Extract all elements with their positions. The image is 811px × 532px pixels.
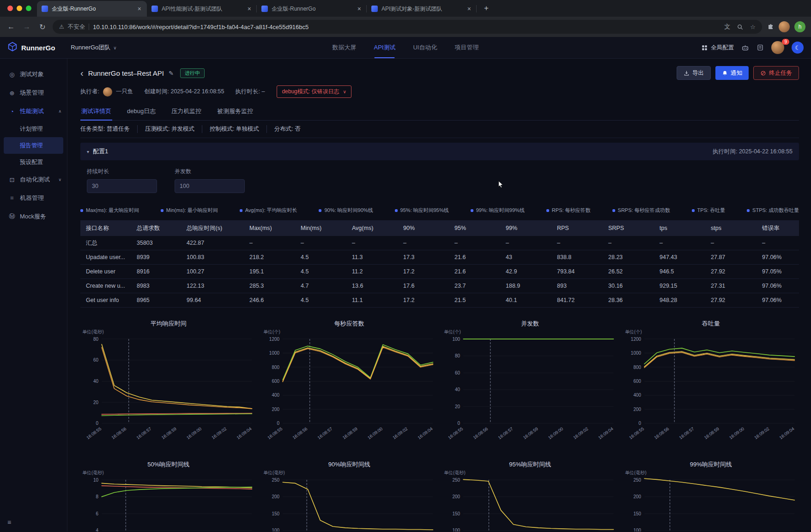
browser-tab[interactable]: 企业版-RunnerGo×	[37, 1, 147, 17]
sidebar-item-perf-test[interactable]: ◔性能测试∧	[0, 102, 67, 121]
back-button[interactable]: ←	[6, 23, 17, 31]
sidebar-item-plan-mgmt[interactable]: 计划管理	[0, 121, 67, 137]
tab-machine-monitor[interactable]: 压力机监控	[170, 103, 202, 120]
nav-project-mgmt[interactable]: 项目管理	[454, 37, 478, 58]
table-cell: 17.3	[398, 250, 449, 265]
nav-api-test[interactable]: API测试	[374, 37, 396, 58]
sidebar-item-report-mgmt[interactable]: 报告管理	[4, 137, 63, 154]
svg-text:16:09:00: 16:09:00	[547, 426, 564, 441]
sidebar-item-machine-mgmt[interactable]: ⌗机器管理	[0, 189, 67, 207]
table-cell: 27.92	[705, 265, 757, 279]
account-avatar[interactable]	[779, 21, 790, 32]
duration-input[interactable]: 30	[87, 179, 157, 193]
table-cell: 8965	[131, 293, 181, 308]
sidebar-item-label: 报告管理	[20, 142, 43, 150]
svg-text:16:08:56: 16:08:56	[653, 426, 670, 441]
minimize-traffic-light[interactable]	[17, 6, 22, 11]
moon-icon: ☾	[795, 44, 800, 51]
notify-label: 通知	[731, 69, 742, 77]
tab-close-icon[interactable]: ×	[247, 5, 252, 12]
chart-canvas: 单位(毫秒)05010015020025016:08:5516:08:5616:…	[261, 469, 438, 532]
sidebar-item-auto-test[interactable]: ⊡自动化测试∨	[0, 170, 67, 189]
browser-tab[interactable]: 企业版-RunnerGo×	[257, 1, 367, 17]
tab-close-icon[interactable]: ×	[137, 5, 142, 12]
table-cell: 28.36	[603, 293, 654, 308]
column-header: 95%	[449, 220, 500, 236]
svg-text:16:08:55: 16:08:55	[266, 426, 283, 441]
table-cell: 27.92	[705, 293, 757, 308]
svg-text:16:08:55: 16:08:55	[85, 426, 102, 441]
test-object-icon: ◎	[8, 71, 16, 78]
sidebar-item-scene-mgmt[interactable]: ⊕场景管理	[0, 84, 67, 102]
table-cell: 17.2	[398, 293, 449, 308]
feedback-icon[interactable]	[757, 44, 764, 51]
profile-icon[interactable]: h	[794, 21, 805, 32]
sidebar-item-preset-config[interactable]: 预设配置	[0, 154, 67, 170]
table-cell: 100.83	[181, 250, 244, 265]
svg-text:150: 150	[633, 511, 641, 516]
legend-item: TPS: 吞吐量	[692, 207, 726, 214]
svg-text:0: 0	[96, 421, 99, 426]
svg-text:16:08:57: 16:08:57	[497, 426, 514, 441]
svg-text:16:08:59: 16:08:59	[161, 426, 177, 441]
table-cell: 195.1	[244, 265, 295, 279]
table-cell: 97.06%	[757, 279, 799, 293]
omnibox-divider	[89, 24, 89, 30]
browser-tab[interactable]: API测试对象-新测试团队×	[367, 1, 477, 17]
svg-text:16:09:02: 16:09:02	[753, 426, 769, 441]
tab-close-icon[interactable]: ×	[466, 5, 472, 12]
debug-mode-select[interactable]: debug模式: 仅错误日志 ∨	[277, 85, 351, 98]
browser-tab[interactable]: API性能测试-新测试团队×	[147, 1, 257, 17]
chart-canvas: 单位(毫秒)024681016:08:5516:08:5616:08:5716:…	[80, 469, 257, 532]
team-selector[interactable]: RunnerGo团队 ∨	[71, 43, 116, 52]
collapse-sidebar-icon[interactable]: ≡	[7, 519, 11, 526]
created-time: 创建时间: 2025-04-22 16:08:55	[144, 88, 224, 96]
scene-mgmt-icon: ⊕	[8, 90, 16, 97]
stop-task-button[interactable]: 终止任务	[753, 66, 799, 80]
chart-p50-line: 50%响应时间线单位(毫秒)024681016:08:5516:08:5616:…	[80, 460, 257, 532]
chart-canvas: 单位(毫秒)05010015020025016:08:5516:08:5616:…	[623, 469, 799, 532]
new-tab-button[interactable]: +	[480, 2, 492, 14]
back-chevron[interactable]: ‹	[80, 68, 84, 78]
svg-text:400: 400	[272, 393, 279, 398]
table-cell: Get user info	[80, 293, 131, 308]
collapse-config-icon[interactable]: ▾	[87, 149, 89, 154]
charts-row-1: 平均响应时间单位(毫秒)02040608016:08:5516:08:5616:…	[80, 320, 799, 445]
forward-button[interactable]: →	[21, 23, 32, 31]
nav-data-screen[interactable]: 数据大屏	[333, 37, 357, 58]
tab-service-monitor[interactable]: 被测服务监控	[216, 103, 254, 120]
config-section-header: ▾ 配置1 执行时间: 2025-04-22 16:08:55	[80, 143, 799, 160]
tab-close-icon[interactable]: ×	[357, 5, 362, 12]
bookmark-star-icon[interactable]: ☆	[750, 24, 756, 30]
nav-ui-automation[interactable]: UI自动化	[413, 37, 437, 58]
refresh-button[interactable]: ↻	[37, 23, 48, 31]
sidebar-item-test-object[interactable]: ◎测试对象	[0, 65, 67, 84]
theme-toggle[interactable]: ☾	[792, 42, 804, 54]
notify-button[interactable]: 通知	[715, 66, 749, 80]
address-bar[interactable]: ⚠ 不安全 10.10.10.110:86/work/#/report/deta…	[53, 20, 762, 34]
tab-detail[interactable]: 测试详情页	[80, 103, 112, 120]
fullscreen-traffic-light[interactable]	[26, 6, 31, 11]
team-name: RunnerGo团队	[71, 43, 110, 52]
search-icon[interactable]	[737, 24, 744, 30]
tab-favicon	[371, 6, 378, 12]
concurrency-input[interactable]: 100	[175, 179, 245, 193]
tab-debug-log[interactable]: debug日志	[126, 103, 157, 120]
close-traffic-light[interactable]	[7, 6, 13, 11]
sidebar-item-mock-service[interactable]: ⓂMock服务	[0, 207, 67, 226]
user-avatar[interactable]: 9	[771, 41, 784, 54]
brand-name: RunnerGo	[21, 44, 55, 52]
translate-icon[interactable]: 文	[724, 23, 730, 31]
tab-favicon	[261, 6, 268, 12]
table-cell: 汇总	[80, 236, 131, 250]
edit-title-icon[interactable]: ✎	[169, 70, 174, 77]
column-header: 总请求数	[131, 220, 181, 236]
svg-text:16:08:55: 16:08:55	[447, 426, 464, 441]
export-button[interactable]: 导出	[677, 66, 711, 80]
robot-icon[interactable]	[741, 44, 749, 52]
table-cell: 285.3	[244, 279, 295, 293]
svg-text:40: 40	[455, 387, 460, 392]
global-config-button[interactable]: 全局配置	[701, 44, 734, 52]
legend-dot	[471, 209, 473, 212]
extensions-icon[interactable]	[767, 23, 774, 30]
